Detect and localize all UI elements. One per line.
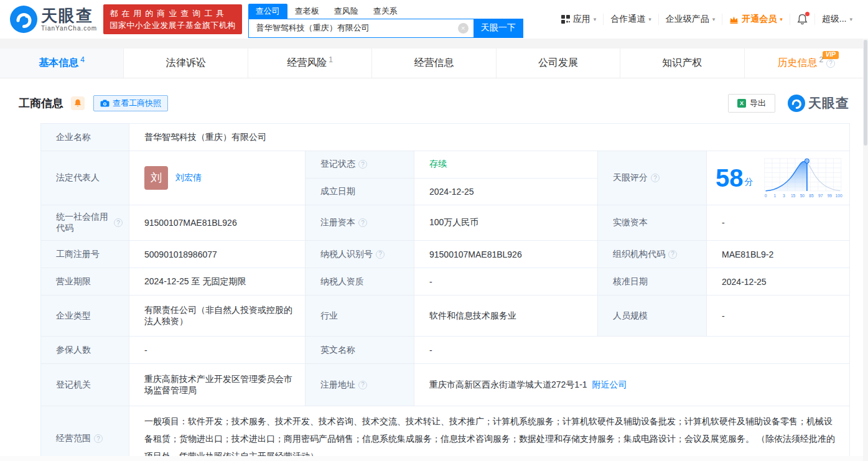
search-button[interactable]: 天眼一下	[474, 19, 523, 38]
chevron-down-icon: ▾	[594, 16, 597, 22]
tab-count: 1	[329, 55, 333, 64]
business-scope-label: 经营范围?	[41, 406, 129, 461]
scrollbar-thumb[interactable]	[864, 40, 867, 146]
nav-open-vip-label: 开通会员	[742, 14, 777, 25]
table-row: 营业期限 2024-12-25 至 无固定期限 纳税人资质 - 核准日期 202…	[41, 268, 850, 296]
score-number: 58 分	[716, 165, 754, 190]
question-icon[interactable]: ?	[358, 160, 367, 169]
svg-text:1: 1	[773, 193, 776, 198]
scrollbar[interactable]	[863, 39, 868, 461]
svg-text:100: 100	[835, 193, 842, 198]
watermark-logo-icon	[788, 95, 805, 112]
tab-company-development[interactable]: 公司发展	[497, 49, 620, 78]
tab-label: 经营风险	[287, 57, 327, 70]
tab-basic-info[interactable]: 基本信息 4	[0, 49, 124, 78]
tab-history-info[interactable]: VIP 历史信息 2 ?	[745, 49, 868, 78]
question-icon[interactable]: ?	[826, 59, 835, 68]
logo-domain: TianYanCha.com	[41, 25, 97, 32]
nearby-companies-link[interactable]: 附近公司	[592, 380, 627, 389]
crown-icon	[729, 16, 739, 24]
nav-cooperation[interactable]: 合作通道 ▾	[603, 14, 658, 25]
question-icon[interactable]: ?	[668, 250, 677, 259]
bell-icon	[797, 14, 808, 25]
industry-label: 行业	[306, 296, 414, 337]
english-name-label: 英文名称	[306, 337, 414, 364]
tab-label: 法律诉讼	[166, 57, 206, 70]
paid-capital-label: 实缴资本	[598, 205, 707, 241]
svg-text:99: 99	[827, 193, 832, 198]
grid-icon	[561, 15, 570, 24]
nav-user-menu[interactable]: 超级... ▾	[814, 14, 859, 25]
search-tab-relation[interactable]: 查关系	[366, 4, 405, 19]
clear-glyph: ×	[461, 24, 465, 32]
question-icon[interactable]: ?	[651, 174, 660, 182]
status-badge: 存续	[429, 159, 447, 169]
chevron-down-icon: ▾	[849, 16, 852, 22]
snapshot-button-label: 查看工商快照	[113, 98, 161, 109]
export-button[interactable]: X 导出	[728, 94, 775, 113]
watermark-logo: 天眼查	[788, 95, 849, 112]
score-distribution-chart: 0 1 3 15 50 85 97 99 100	[761, 155, 845, 201]
tab-count: 2	[819, 55, 823, 64]
tab-legal-litigation[interactable]: 法律诉讼	[124, 49, 248, 78]
tab-label: 知识产权	[662, 57, 702, 70]
staff-size-value: -	[707, 296, 850, 337]
top-header: 天眼查 TianYanCha.com 都在用的商业查询工具 国家中小企业发展子基…	[0, 0, 868, 39]
table-row: 企业名称 普华智驾科技（重庆）有限公司	[41, 124, 850, 151]
english-name-value: -	[414, 337, 850, 364]
export-button-label: 导出	[750, 98, 766, 109]
legal-rep-label: 法定代表人	[41, 151, 129, 205]
logo-text: 天眼查 TianYanCha.com	[41, 7, 97, 32]
search-input[interactable]	[248, 19, 474, 38]
nav-enterprise[interactable]: 企业级产品 ▾	[658, 14, 722, 25]
search-tab-risk[interactable]: 查风险	[327, 4, 366, 19]
watermark-text: 天眼查	[808, 95, 849, 112]
tab-operating-info[interactable]: 经营信息	[372, 49, 496, 78]
nav-open-vip[interactable]: 开通会员 ▾	[722, 14, 790, 25]
search-tab-boss[interactable]: 查老板	[287, 4, 327, 19]
nav-notifications[interactable]	[790, 14, 814, 25]
question-icon[interactable]: ?	[114, 218, 123, 227]
company-name-label: 企业名称	[41, 124, 129, 151]
question-icon[interactable]: ?	[376, 250, 385, 259]
search-area: 查公司 查老板 查风险 查关系 × 天眼一下	[248, 4, 523, 38]
legal-rep-avatar[interactable]: 刘	[144, 166, 168, 190]
vip-badge: VIP	[823, 51, 839, 59]
search-input-wrap: ×	[248, 19, 474, 38]
reg-address-label: 注册地址?	[306, 364, 414, 406]
approval-date-label: 核准日期	[598, 268, 707, 296]
search-row: × 天眼一下	[248, 19, 523, 38]
chevron-down-icon: ▾	[780, 16, 783, 22]
table-row: 工商注册号 500901018986077 纳税人识别号? 91500107MA…	[41, 241, 850, 268]
svg-text:50: 50	[800, 193, 805, 198]
business-term-label: 营业期限	[41, 268, 129, 296]
company-type-value: 有限责任公司（非自然人投资或控股的法人独资）	[129, 296, 306, 337]
svg-text:85: 85	[809, 193, 814, 198]
company-type-label: 企业类型	[41, 296, 129, 337]
tab-intellectual-property[interactable]: 知识产权	[620, 49, 744, 78]
legal-rep-link[interactable]: 刘宏倩	[175, 172, 202, 184]
table-row: 企业类型 有限责任公司（非自然人投资或控股的法人独资） 行业 软件和信息技术服务…	[41, 296, 850, 337]
question-icon[interactable]: ?	[94, 434, 103, 443]
top-nav: 应用 ▾ 合作通道 ▾ 企业级产品 ▾ 开通会员 ▾ 超级... ▾	[554, 10, 859, 29]
question-icon[interactable]: ?	[358, 381, 367, 389]
section-head: 工商信息 查看工商快照 X 导出 天眼查	[19, 94, 849, 113]
approval-date-value: 2024-12-25	[707, 268, 850, 296]
tab-operating-risk[interactable]: 经营风险 1	[248, 49, 372, 78]
question-icon[interactable]: ?	[358, 218, 367, 227]
subscribe-bell-icon[interactable]	[71, 96, 85, 110]
tianyancha-logo[interactable]: 天眼查 TianYanCha.com	[10, 6, 97, 33]
score-label: 天眼评分?	[598, 151, 707, 205]
search-tab-company[interactable]: 查公司	[248, 4, 287, 19]
business-scope-value: 一般项目：软件开发；技术服务、技术开发、技术咨询、技术交流、技术转让、技术推广；…	[129, 406, 850, 461]
clear-icon[interactable]: ×	[458, 23, 469, 34]
table-row: 登记机关 重庆高新技术产业开发区管理委员会市场监督管理局 注册地址? 重庆市高新…	[41, 364, 850, 406]
table-row: 法定代表人 刘 刘宏倩 登记状态? 存续 天眼评分?	[41, 151, 850, 179]
chevron-down-icon: ▾	[712, 16, 716, 22]
insured-value: -	[129, 337, 306, 364]
nav-user-label: 超级...	[822, 14, 847, 25]
page-tabs: 基本信息 4 法律诉讼 经营风险 1 经营信息 公司发展 知识产权 VIP 历史…	[0, 49, 868, 78]
snapshot-button[interactable]: 查看工商快照	[93, 95, 168, 111]
nav-apps[interactable]: 应用 ▾	[554, 14, 604, 25]
table-row: 经营范围? 一般项目：软件开发；技术服务、技术开发、技术咨询、技术交流、技术转让…	[41, 406, 850, 461]
